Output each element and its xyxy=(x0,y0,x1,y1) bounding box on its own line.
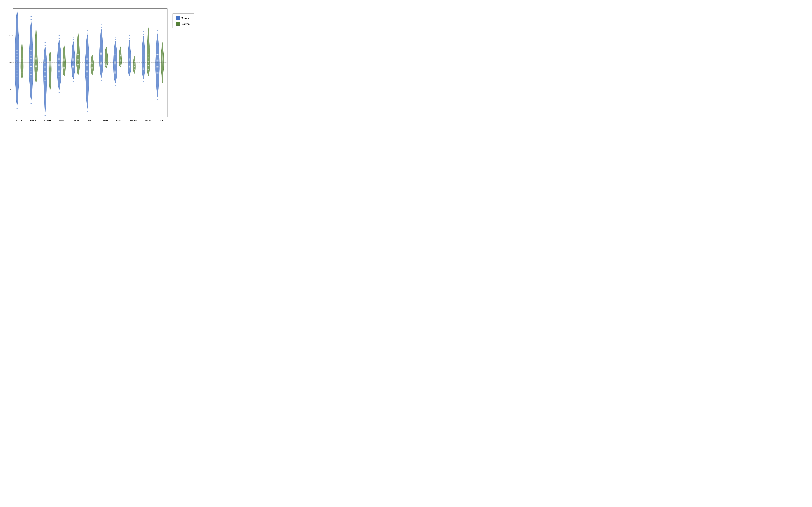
legend-item-normal: Normal xyxy=(176,22,190,26)
x-axis-label: BRCA xyxy=(26,119,41,122)
svg-rect-144 xyxy=(59,35,60,36)
legend-label-tumor: Tumor xyxy=(182,17,189,19)
svg-rect-214 xyxy=(87,30,88,31)
svg-rect-285 xyxy=(115,86,116,86)
svg-rect-318 xyxy=(129,38,130,39)
svg-rect-180 xyxy=(73,81,74,82)
svg-rect-73 xyxy=(31,19,32,20)
violin-normal xyxy=(63,45,66,76)
svg-rect-40 xyxy=(16,109,17,109)
svg-rect-178 xyxy=(73,39,74,40)
x-axis-label: KICH xyxy=(69,119,84,122)
svg-rect-213 xyxy=(87,33,88,33)
svg-rect-319 xyxy=(129,35,130,36)
violin-tumor xyxy=(29,21,33,101)
x-axis-label: COAD xyxy=(40,119,55,122)
svg-rect-284 xyxy=(115,37,116,37)
svg-rect-355 xyxy=(143,81,144,82)
svg-rect-75 xyxy=(31,103,32,104)
svg-text:12: 12 xyxy=(9,34,11,37)
svg-rect-283 xyxy=(115,39,116,40)
x-axis-label: THCA xyxy=(141,119,155,122)
violin-normal xyxy=(35,27,38,83)
chart-plot-area: 81012 xyxy=(6,7,169,119)
svg-text:8: 8 xyxy=(10,89,11,91)
main-chart-svg: 81012 xyxy=(6,7,169,119)
svg-rect-248 xyxy=(101,27,102,28)
svg-text:10: 10 xyxy=(9,61,11,64)
svg-rect-320 xyxy=(129,79,130,79)
x-axis-label: BLCA xyxy=(12,119,26,122)
legend-item-tumor: Tumor xyxy=(176,16,190,20)
legend-box-normal xyxy=(176,22,180,26)
legend-label-normal: Normal xyxy=(182,22,190,25)
violin-normal xyxy=(105,47,108,68)
violin-tumor xyxy=(15,10,19,106)
svg-rect-74 xyxy=(31,16,32,17)
x-axis-label: KIRC xyxy=(84,119,98,122)
svg-rect-354 xyxy=(143,31,144,32)
legend-box-tumor xyxy=(176,16,180,20)
x-axis-label: HNSC xyxy=(55,119,69,122)
svg-rect-353 xyxy=(143,34,144,35)
svg-rect-250 xyxy=(101,80,102,81)
violin-normal xyxy=(49,51,51,91)
svg-rect-249 xyxy=(101,24,102,25)
violin-tumor xyxy=(71,41,75,79)
svg-rect-108 xyxy=(45,45,46,46)
violin-tumor xyxy=(142,36,145,79)
violin-tumor xyxy=(43,47,47,113)
svg-rect-215 xyxy=(87,111,88,112)
violin-tumor xyxy=(57,40,61,90)
x-axis-label: LUAD xyxy=(98,119,112,122)
svg-rect-143 xyxy=(59,38,60,39)
svg-rect-389 xyxy=(157,30,158,31)
svg-rect-179 xyxy=(73,37,74,37)
violin-tumor xyxy=(113,41,117,83)
x-axis-label: LUSC xyxy=(112,119,126,122)
violin-tumor xyxy=(99,29,103,77)
violin-normal xyxy=(77,33,80,75)
x-axis-label: PRAD xyxy=(126,119,141,122)
svg-rect-388 xyxy=(157,33,158,33)
violin-tumor xyxy=(155,34,159,97)
chart-container: 81012 BLCABRCACOADHNSCKICHKIRCLUADLUSCPR… xyxy=(2,2,201,125)
x-axis-label: UCEC xyxy=(155,119,169,122)
svg-rect-145 xyxy=(59,92,60,93)
svg-rect-110 xyxy=(45,115,46,116)
svg-rect-109 xyxy=(45,42,46,43)
violin-normal xyxy=(91,55,94,75)
svg-rect-390 xyxy=(157,99,158,100)
